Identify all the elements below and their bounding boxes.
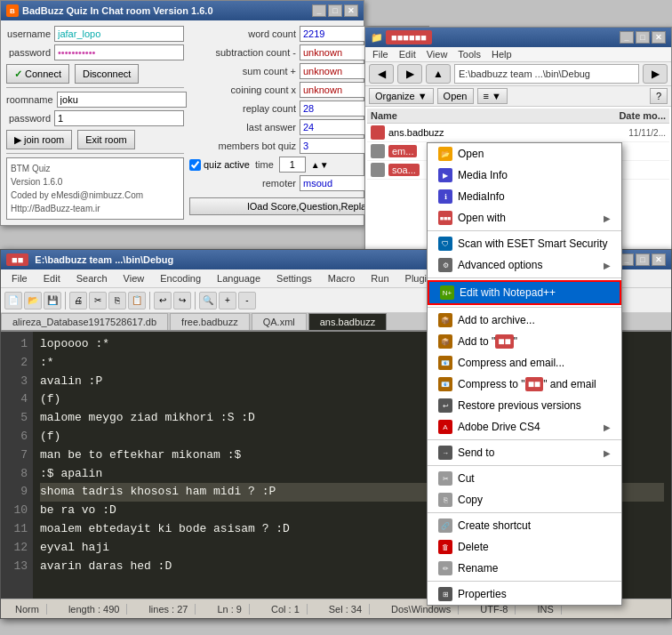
ctx-advanced[interactable]: ⚙ Advanced options ▶: [428, 254, 621, 276]
npp-settings[interactable]: Settings: [269, 271, 319, 285]
quiz-active-label[interactable]: quiz active: [189, 159, 250, 171]
redo-tool[interactable]: ↪: [173, 292, 191, 309]
open-tool[interactable]: 📂: [24, 292, 42, 309]
npp-edit[interactable]: Edit: [36, 271, 68, 285]
ctx-open-with[interactable]: ■■■ Open with ▶: [428, 207, 621, 229]
npp-macro[interactable]: Macro: [321, 271, 363, 285]
ctx-media-info[interactable]: ▶ Media Info: [428, 165, 621, 186]
status-lines: lines : 27: [141, 604, 196, 615]
properties-icon: ⊞: [438, 587, 452, 601]
ctx-create-shortcut[interactable]: 🔗 Create shortcut: [428, 515, 621, 536]
file-name-1: ans.badbuzz: [388, 127, 595, 138]
open-icon: 📂: [438, 147, 452, 161]
maximize-btn[interactable]: □: [328, 4, 342, 17]
close-btn[interactable]: ✕: [344, 4, 358, 17]
ctx-edit-npp[interactable]: N+ Edit with Notepad++: [428, 280, 621, 305]
exp-menu-edit[interactable]: Edit: [399, 49, 416, 60]
npp-close[interactable]: ✕: [652, 253, 666, 266]
disconnect-button[interactable]: Disconnect: [75, 64, 139, 84]
views-btn[interactable]: ≡ ▼: [477, 88, 508, 104]
archive-icon: 📦: [438, 313, 452, 327]
time-input[interactable]: [279, 157, 306, 173]
go-btn[interactable]: ▶: [643, 64, 668, 84]
npp-maximize[interactable]: □: [636, 253, 650, 266]
find-tool[interactable]: 🔍: [199, 292, 217, 309]
file-row-1[interactable]: ans.badbuzz 11/11/2...: [367, 124, 669, 142]
ctx-create-shortcut-label: Create shortcut: [458, 519, 531, 532]
restore-icon: ↩: [438, 398, 452, 413]
undo-tool[interactable]: ↩: [154, 292, 172, 309]
npp-language[interactable]: Language: [210, 271, 268, 285]
ctx-scan[interactable]: 🛡 Scan with ESET Smart Security: [428, 233, 621, 254]
copy-tool[interactable]: ⎘: [108, 292, 126, 309]
time-spinner[interactable]: ▲▼: [311, 160, 329, 170]
zoom-out-tool[interactable]: -: [238, 292, 256, 309]
status-sel: Sel : 34: [322, 604, 370, 615]
ctx-compress-email[interactable]: 📧 Compress and email...: [428, 352, 621, 374]
ctx-open[interactable]: 📂 Open: [428, 143, 621, 165]
exp-maximize[interactable]: □: [636, 31, 650, 44]
username-input[interactable]: [54, 26, 184, 42]
exp-menu-tools[interactable]: Tools: [458, 49, 481, 60]
ctx-add-to-label: Add to "■■": [458, 335, 517, 348]
room-buttons: ▶ join room Exit room: [6, 130, 184, 149]
exp-menu-view[interactable]: View: [427, 49, 448, 60]
delete-icon: 🗑: [438, 540, 452, 554]
zoom-in-tool[interactable]: +: [219, 292, 236, 309]
ctx-add-archive[interactable]: 📦 Add to archive...: [428, 309, 621, 331]
ctx-restore[interactable]: ↩ Restore previous versions: [428, 395, 621, 416]
ctx-delete[interactable]: 🗑 Delete: [428, 536, 621, 558]
organize-btn[interactable]: Organize ▼: [369, 88, 434, 104]
ctx-add-to[interactable]: 📦 Add to "■■": [428, 331, 621, 352]
advanced-arrow: ▶: [604, 261, 611, 270]
tab-qa[interactable]: QA.xml: [252, 313, 307, 330]
minimize-btn[interactable]: _: [312, 4, 326, 17]
back-btn[interactable]: ◀: [369, 64, 394, 84]
username-row: username: [6, 26, 184, 42]
ctx-properties[interactable]: ⊞ Properties: [428, 583, 621, 605]
exp-menu-file[interactable]: File: [372, 49, 388, 60]
open-btn[interactable]: Open: [437, 88, 474, 104]
ctx-divider-7: [428, 581, 621, 582]
address-bar[interactable]: [454, 64, 639, 84]
quiz-active-checkbox[interactable]: [189, 159, 201, 171]
tab-ans[interactable]: ans.badbuzz: [308, 313, 387, 330]
save-tool[interactable]: 💾: [44, 292, 61, 309]
sep3: [195, 292, 196, 309]
forward-btn[interactable]: ▶: [397, 64, 422, 84]
roomname-input[interactable]: [57, 92, 187, 108]
exit-room-button[interactable]: Exit room: [77, 130, 134, 149]
npp-view[interactable]: View: [116, 271, 152, 285]
npp-run[interactable]: Run: [364, 271, 396, 285]
login-panel: username password ✓ Connect Disconnect: [6, 26, 184, 220]
ctx-adobe[interactable]: A Adobe Drive CS4 ▶: [428, 416, 621, 438]
password-input[interactable]: [54, 44, 184, 60]
ctx-rename[interactable]: ✏ Rename: [428, 558, 621, 579]
tab-db[interactable]: alireza_Database1917528617.db: [1, 313, 168, 330]
ctx-cut[interactable]: ✂ Cut: [428, 468, 621, 489]
join-room-button[interactable]: ▶ join room: [6, 130, 72, 149]
up-btn[interactable]: ▲: [426, 64, 451, 84]
room-password-input[interactable]: [54, 110, 184, 126]
help-btn[interactable]: ?: [650, 88, 668, 104]
cut-tool[interactable]: ✂: [89, 292, 107, 309]
ctx-send-to[interactable]: → Send to ▶: [428, 442, 621, 463]
ctx-compress-to[interactable]: 📧 Compress to "■■" and email: [428, 374, 621, 395]
connect-button[interactable]: ✓ Connect: [6, 64, 69, 84]
ctx-mediainfo[interactable]: ℹ MediaInfo: [428, 186, 621, 207]
ctx-scan-label: Scan with ESET Smart Security: [458, 237, 608, 250]
explorer-title-text: 📁 ■■■■■■: [371, 32, 432, 44]
exp-menu-help[interactable]: Help: [492, 49, 512, 60]
ctx-copy[interactable]: ⎘ Copy: [428, 489, 621, 510]
npp-encoding[interactable]: Encoding: [153, 271, 208, 285]
tab-free[interactable]: free.badbuzz: [170, 313, 250, 330]
npp-file[interactable]: File: [4, 271, 35, 285]
npp-search[interactable]: Search: [69, 271, 115, 285]
new-tool[interactable]: 📄: [4, 292, 22, 309]
exp-close[interactable]: ✕: [652, 31, 666, 44]
paste-tool[interactable]: 📋: [128, 292, 146, 309]
exp-minimize[interactable]: _: [620, 31, 634, 44]
divider1: [6, 87, 184, 88]
print-tool[interactable]: 🖨: [69, 292, 87, 309]
quiz-main: username password ✓ Connect Disconnect: [6, 26, 358, 220]
